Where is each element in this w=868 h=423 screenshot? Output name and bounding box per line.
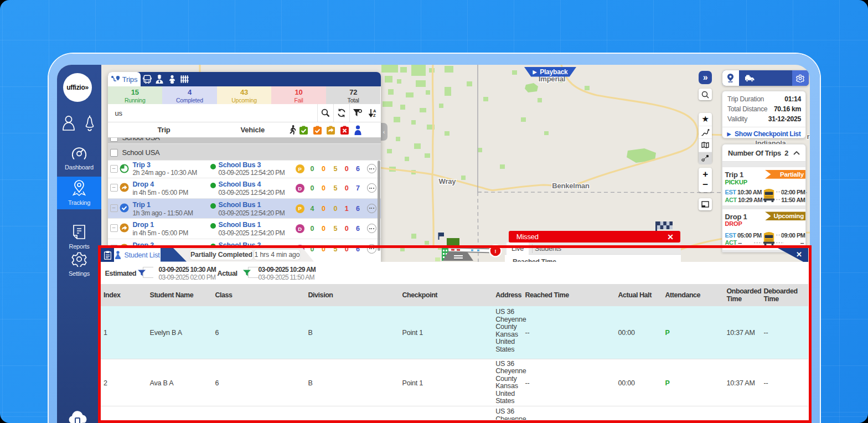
svg-text:Z: Z	[373, 113, 376, 117]
svg-text:r: r	[807, 132, 810, 141]
svg-text:Benkelman: Benkelman	[552, 182, 590, 190]
svg-text:Wray: Wray	[439, 177, 457, 185]
